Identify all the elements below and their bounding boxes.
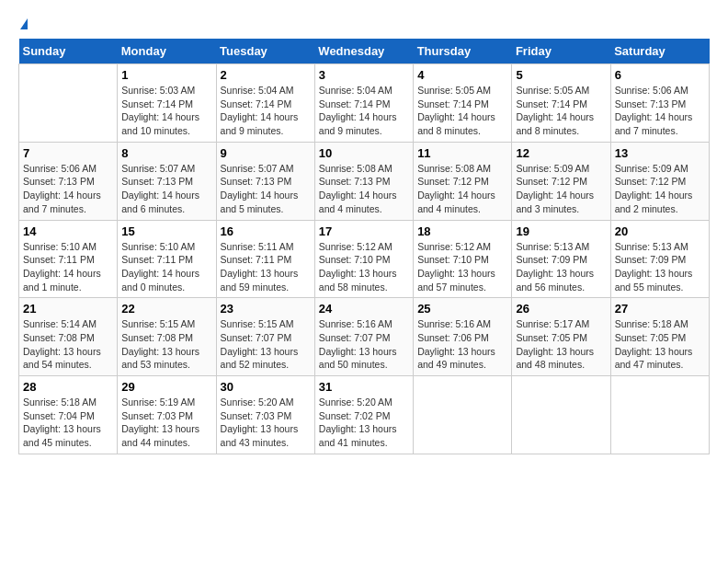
day-number: 16 xyxy=(221,224,311,238)
weekday-header-tuesday: Tuesday xyxy=(216,39,314,64)
day-info: Sunrise: 5:10 AMSunset: 7:11 PMDaylight:… xyxy=(121,240,211,294)
day-number: 27 xyxy=(615,302,705,316)
calendar-cell: 22Sunrise: 5:15 AMSunset: 7:08 PMDayligh… xyxy=(118,298,216,376)
calendar-cell: 21Sunrise: 5:14 AMSunset: 7:08 PMDayligh… xyxy=(19,298,118,376)
day-info: Sunrise: 5:16 AMSunset: 7:06 PMDaylight:… xyxy=(417,317,507,372)
day-number: 28 xyxy=(23,380,113,394)
calendar-cell: 7Sunrise: 5:06 AMSunset: 7:13 PMDaylight… xyxy=(19,142,118,220)
day-info: Sunrise: 5:12 AMSunset: 7:10 PMDaylight:… xyxy=(417,240,507,294)
calendar-cell: 14Sunrise: 5:10 AMSunset: 7:11 PMDayligh… xyxy=(19,220,118,298)
day-info: Sunrise: 5:05 AMSunset: 7:14 PMDaylight:… xyxy=(417,84,507,138)
calendar-cell: 27Sunrise: 5:18 AMSunset: 7:05 PMDayligh… xyxy=(610,298,709,376)
day-number: 11 xyxy=(417,146,507,160)
calendar-cell xyxy=(414,376,512,454)
weekday-header-sunday: Sunday xyxy=(19,39,118,64)
calendar-cell: 18Sunrise: 5:12 AMSunset: 7:10 PMDayligh… xyxy=(414,220,512,298)
calendar-cell: 25Sunrise: 5:16 AMSunset: 7:06 PMDayligh… xyxy=(414,298,512,376)
day-number: 19 xyxy=(516,224,606,238)
day-info: Sunrise: 5:04 AMSunset: 7:14 PMDaylight:… xyxy=(319,84,409,138)
page-header xyxy=(18,18,710,29)
day-number: 5 xyxy=(516,68,606,82)
calendar-cell: 1Sunrise: 5:03 AMSunset: 7:14 PMDaylight… xyxy=(118,64,216,143)
calendar-week-5: 28Sunrise: 5:18 AMSunset: 7:04 PMDayligh… xyxy=(19,376,710,454)
calendar-cell xyxy=(19,64,118,143)
day-info: Sunrise: 5:03 AMSunset: 7:14 PMDaylight:… xyxy=(121,84,211,138)
calendar-cell: 30Sunrise: 5:20 AMSunset: 7:03 PMDayligh… xyxy=(216,376,314,454)
day-number: 1 xyxy=(121,68,211,82)
calendar-week-4: 21Sunrise: 5:14 AMSunset: 7:08 PMDayligh… xyxy=(19,298,710,376)
calendar-cell: 9Sunrise: 5:07 AMSunset: 7:13 PMDaylight… xyxy=(216,142,314,220)
day-info: Sunrise: 5:20 AMSunset: 7:03 PMDaylight:… xyxy=(221,396,311,450)
weekday-header-thursday: Thursday xyxy=(414,39,512,64)
weekday-header-saturday: Saturday xyxy=(610,39,709,64)
day-info: Sunrise: 5:14 AMSunset: 7:08 PMDaylight:… xyxy=(23,317,113,372)
day-number: 23 xyxy=(221,302,311,316)
day-info: Sunrise: 5:13 AMSunset: 7:09 PMDaylight:… xyxy=(615,240,705,294)
calendar-cell: 11Sunrise: 5:08 AMSunset: 7:12 PMDayligh… xyxy=(414,142,512,220)
calendar-table: SundayMondayTuesdayWednesdayThursdayFrid… xyxy=(18,39,710,454)
logo xyxy=(18,18,28,29)
calendar-cell: 15Sunrise: 5:10 AMSunset: 7:11 PMDayligh… xyxy=(118,220,216,298)
weekday-header-monday: Monday xyxy=(118,39,216,64)
calendar-cell: 31Sunrise: 5:20 AMSunset: 7:02 PMDayligh… xyxy=(314,376,413,454)
day-number: 13 xyxy=(615,146,705,160)
day-number: 26 xyxy=(516,302,606,316)
day-info: Sunrise: 5:17 AMSunset: 7:05 PMDaylight:… xyxy=(516,317,606,372)
day-number: 29 xyxy=(121,380,211,394)
calendar-cell: 4Sunrise: 5:05 AMSunset: 7:14 PMDaylight… xyxy=(414,64,512,143)
day-info: Sunrise: 5:07 AMSunset: 7:13 PMDaylight:… xyxy=(121,162,211,216)
calendar-cell: 2Sunrise: 5:04 AMSunset: 7:14 PMDaylight… xyxy=(216,64,314,143)
calendar-cell: 17Sunrise: 5:12 AMSunset: 7:10 PMDayligh… xyxy=(314,220,413,298)
weekday-header-wednesday: Wednesday xyxy=(314,39,413,64)
day-info: Sunrise: 5:19 AMSunset: 7:03 PMDaylight:… xyxy=(121,396,211,450)
calendar-cell: 23Sunrise: 5:15 AMSunset: 7:07 PMDayligh… xyxy=(216,298,314,376)
weekday-header-friday: Friday xyxy=(512,39,610,64)
day-number: 7 xyxy=(23,146,113,160)
day-info: Sunrise: 5:08 AMSunset: 7:13 PMDaylight:… xyxy=(319,162,409,216)
day-info: Sunrise: 5:09 AMSunset: 7:12 PMDaylight:… xyxy=(615,162,705,216)
day-number: 31 xyxy=(319,380,409,394)
calendar-week-3: 14Sunrise: 5:10 AMSunset: 7:11 PMDayligh… xyxy=(19,220,710,298)
day-info: Sunrise: 5:16 AMSunset: 7:07 PMDaylight:… xyxy=(319,317,409,372)
weekday-header-row: SundayMondayTuesdayWednesdayThursdayFrid… xyxy=(19,39,710,64)
day-info: Sunrise: 5:06 AMSunset: 7:13 PMDaylight:… xyxy=(23,162,113,216)
calendar-cell: 13Sunrise: 5:09 AMSunset: 7:12 PMDayligh… xyxy=(610,142,709,220)
day-number: 9 xyxy=(221,146,311,160)
calendar-week-1: 1Sunrise: 5:03 AMSunset: 7:14 PMDaylight… xyxy=(19,64,710,143)
day-number: 6 xyxy=(615,68,705,82)
day-number: 2 xyxy=(221,68,311,82)
day-number: 4 xyxy=(417,68,507,82)
calendar-cell xyxy=(512,376,610,454)
logo-icon xyxy=(20,18,28,29)
day-number: 17 xyxy=(319,224,409,238)
day-number: 8 xyxy=(121,146,211,160)
day-info: Sunrise: 5:09 AMSunset: 7:12 PMDaylight:… xyxy=(516,162,606,216)
day-number: 24 xyxy=(319,302,409,316)
calendar-cell: 28Sunrise: 5:18 AMSunset: 7:04 PMDayligh… xyxy=(19,376,118,454)
calendar-cell: 29Sunrise: 5:19 AMSunset: 7:03 PMDayligh… xyxy=(118,376,216,454)
day-number: 22 xyxy=(121,302,211,316)
day-info: Sunrise: 5:13 AMSunset: 7:09 PMDaylight:… xyxy=(516,240,606,294)
day-info: Sunrise: 5:15 AMSunset: 7:07 PMDaylight:… xyxy=(221,317,311,372)
calendar-cell: 26Sunrise: 5:17 AMSunset: 7:05 PMDayligh… xyxy=(512,298,610,376)
day-info: Sunrise: 5:20 AMSunset: 7:02 PMDaylight:… xyxy=(319,396,409,450)
calendar-cell: 16Sunrise: 5:11 AMSunset: 7:11 PMDayligh… xyxy=(216,220,314,298)
calendar-header: SundayMondayTuesdayWednesdayThursdayFrid… xyxy=(19,39,710,64)
day-info: Sunrise: 5:04 AMSunset: 7:14 PMDaylight:… xyxy=(221,84,311,138)
calendar-cell: 19Sunrise: 5:13 AMSunset: 7:09 PMDayligh… xyxy=(512,220,610,298)
day-info: Sunrise: 5:11 AMSunset: 7:11 PMDaylight:… xyxy=(221,240,311,294)
calendar-cell: 5Sunrise: 5:05 AMSunset: 7:14 PMDaylight… xyxy=(512,64,610,143)
day-number: 18 xyxy=(417,224,507,238)
calendar-cell xyxy=(610,376,709,454)
day-number: 10 xyxy=(319,146,409,160)
calendar-cell: 10Sunrise: 5:08 AMSunset: 7:13 PMDayligh… xyxy=(314,142,413,220)
day-number: 30 xyxy=(221,380,311,394)
day-info: Sunrise: 5:08 AMSunset: 7:12 PMDaylight:… xyxy=(417,162,507,216)
calendar-cell: 12Sunrise: 5:09 AMSunset: 7:12 PMDayligh… xyxy=(512,142,610,220)
day-number: 14 xyxy=(23,224,113,238)
calendar-cell: 24Sunrise: 5:16 AMSunset: 7:07 PMDayligh… xyxy=(314,298,413,376)
day-number: 21 xyxy=(23,302,113,316)
calendar-week-2: 7Sunrise: 5:06 AMSunset: 7:13 PMDaylight… xyxy=(19,142,710,220)
calendar-cell: 6Sunrise: 5:06 AMSunset: 7:13 PMDaylight… xyxy=(610,64,709,143)
day-info: Sunrise: 5:07 AMSunset: 7:13 PMDaylight:… xyxy=(221,162,311,216)
